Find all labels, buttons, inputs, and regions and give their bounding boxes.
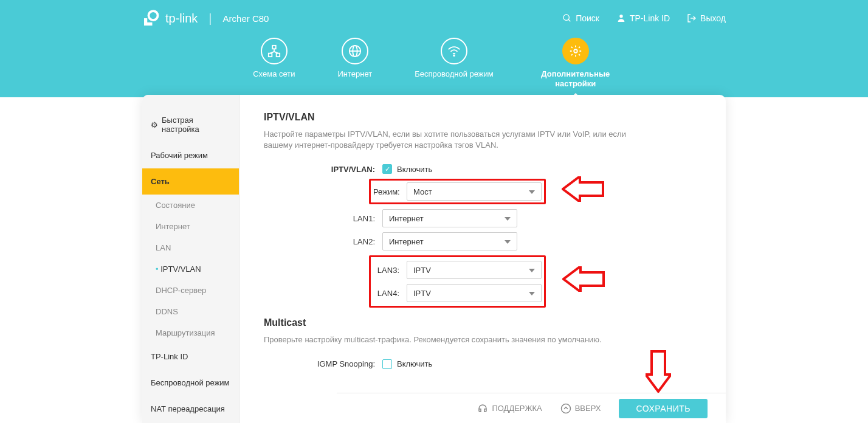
sidebar: Быстрая настройка Рабочий режим Сеть Сос… <box>142 95 239 423</box>
tab-wireless[interactable]: Беспроводной режим <box>415 38 494 88</box>
sidebar-sub-routing[interactable]: Маршрутизация <box>142 322 239 343</box>
svg-rect-7 <box>272 46 276 49</box>
arrow-lan <box>562 266 605 292</box>
network-map-icon <box>267 44 281 58</box>
sidebar-tplinkid[interactable]: TP-Link ID <box>142 343 239 370</box>
brand-text: tp-link <box>165 12 198 26</box>
sidebar-sub-status[interactable]: Состояние <box>142 195 239 216</box>
lan2-label: LAN2: <box>264 237 382 246</box>
sidebar-sub-lan[interactable]: LAN <box>142 237 239 258</box>
sidebar-sub-ddns[interactable]: DDNS <box>142 301 239 322</box>
logo-area: tp-link | Archer C80 <box>142 9 269 27</box>
lan3-select[interactable]: IPTV <box>407 261 542 279</box>
sidebar-sub-dhcp[interactable]: DHCP-сервер <box>142 280 239 301</box>
top-label: ВВЕРХ <box>575 404 601 413</box>
multicast-desc: Проверьте настройку multicast-трафика. Р… <box>264 334 641 345</box>
svg-line-4 <box>568 19 570 21</box>
sidebar-quick-setup[interactable]: Быстрая настройка <box>142 107 239 142</box>
tab-internet[interactable]: Интернет <box>337 38 372 88</box>
search-label: Поиск <box>576 13 599 23</box>
globe-icon <box>348 44 362 58</box>
enable-checkbox[interactable]: ✓ <box>382 164 392 174</box>
tab-internet-label: Интернет <box>337 69 372 79</box>
iptv-vlan-label: IPTV/VLAN: <box>264 165 382 174</box>
mode-select[interactable]: Мост <box>407 182 542 201</box>
igmp-enable-label: Включить <box>397 359 432 368</box>
svg-line-12 <box>274 52 278 54</box>
igmp-label: IGMP Snooping: <box>264 359 382 368</box>
sidebar-sub-internet[interactable]: Интернет <box>142 216 239 237</box>
search-icon <box>562 13 572 23</box>
svg-rect-2 <box>144 22 153 26</box>
main-panel: IPTV/VLAN Настройте параметры IPTV/VLAN,… <box>239 95 726 423</box>
divider: | <box>208 12 212 26</box>
lan2-select[interactable]: Интернет <box>382 232 517 250</box>
save-button[interactable]: СОХРАНИТЬ <box>619 399 708 418</box>
lan1-label: LAN1: <box>264 214 382 223</box>
headset-icon <box>477 403 488 414</box>
logout-label: Выход <box>700 13 726 23</box>
form: IPTV/VLAN: ✓ Включить Режим: Мост LAN1: <box>264 164 701 308</box>
svg-point-3 <box>563 15 569 20</box>
multicast-title: Multicast <box>264 317 701 328</box>
model-name: Archer C80 <box>223 13 269 24</box>
svg-point-17 <box>574 49 577 53</box>
page-title: IPTV/VLAN <box>264 112 701 123</box>
svg-rect-9 <box>277 54 280 57</box>
page-desc: Настройте параметры IPTV/VLAN, если вы х… <box>264 129 641 151</box>
support-link[interactable]: ПОДДЕРЖКА <box>477 403 542 414</box>
header: tp-link | Archer C80 Поиск TP-Link ID Вы… <box>0 0 868 97</box>
tplink-icon <box>142 9 160 27</box>
user-icon <box>616 13 626 23</box>
gear-icon <box>569 44 582 58</box>
tab-wireless-label: Беспроводной режим <box>415 69 494 79</box>
top-link[interactable]: ВВЕРХ <box>560 403 601 414</box>
svg-point-16 <box>453 55 455 56</box>
sidebar-wireless[interactable]: Беспроводной режим <box>142 370 239 396</box>
igmp-checkbox[interactable] <box>382 359 392 369</box>
svg-line-11 <box>270 52 274 54</box>
sidebar-sub-iptv[interactable]: IPTV/VLAN <box>142 258 239 280</box>
lan4-label: LAN4: <box>373 289 407 298</box>
lan4-select[interactable]: IPTV <box>407 284 542 302</box>
search-link[interactable]: Поиск <box>562 13 599 23</box>
tplinkid-label: TP-Link ID <box>630 13 670 23</box>
up-arrow-icon <box>560 403 571 414</box>
tplinkid-link[interactable]: TP-Link ID <box>616 13 670 23</box>
mode-label: Режим: <box>373 187 407 196</box>
sidebar-opmode[interactable]: Рабочий режим <box>142 142 239 168</box>
arrow-mode <box>562 176 604 202</box>
svg-point-0 <box>149 11 158 20</box>
svg-rect-8 <box>269 54 272 57</box>
content-container: Быстрая настройка Рабочий режим Сеть Сос… <box>142 95 726 423</box>
tab-network-map[interactable]: Схема сети <box>253 38 295 88</box>
main-tabs: Схема сети Интернет Беспроводной режим Д… <box>0 38 868 88</box>
highlight-mode: Режим: Мост <box>369 179 546 204</box>
tab-advanced-label: Дополнительные настройки <box>536 69 615 88</box>
lan3-label: LAN3: <box>373 266 407 275</box>
support-label: ПОДДЕРЖКА <box>492 404 542 413</box>
brand-logo: tp-link <box>142 9 198 27</box>
svg-point-5 <box>619 15 622 18</box>
svg-point-18 <box>561 404 570 413</box>
wifi-icon <box>447 44 461 58</box>
highlight-lan3-4: LAN3: IPTV LAN4: IPTV <box>369 255 546 308</box>
logout-link[interactable]: Выход <box>687 13 726 23</box>
enable-label: Включить <box>397 165 432 174</box>
tab-map-label: Схема сети <box>253 69 295 79</box>
lan1-select[interactable]: Интернет <box>382 209 517 227</box>
logout-icon <box>687 13 697 23</box>
sidebar-network[interactable]: Сеть <box>142 168 239 195</box>
sidebar-nat[interactable]: NAT переадресация <box>142 396 239 422</box>
tab-advanced[interactable]: Дополнительные настройки <box>536 38 615 88</box>
footer-bar: ПОДДЕРЖКА ВВЕРХ СОХРАНИТЬ <box>337 393 726 423</box>
